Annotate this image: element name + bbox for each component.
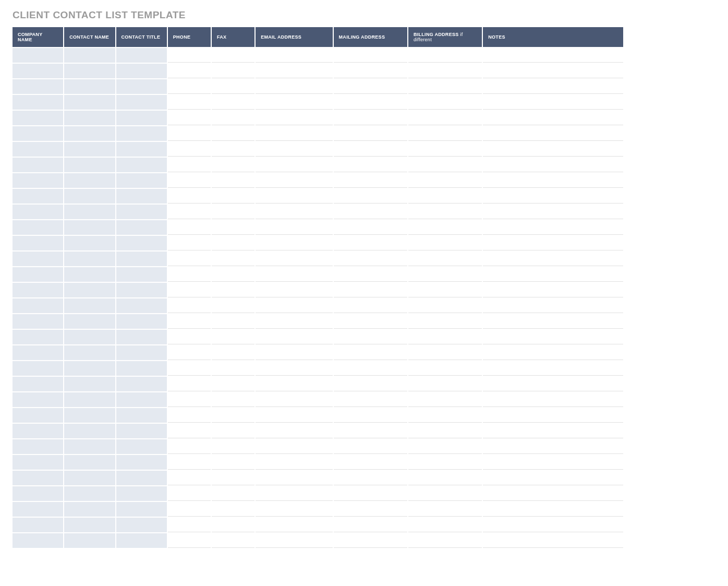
cell-billing_address[interactable] <box>408 48 482 63</box>
cell-billing_address[interactable] <box>408 439 482 454</box>
cell-email_address[interactable] <box>256 377 332 391</box>
cell-phone[interactable] <box>168 439 211 454</box>
cell-phone[interactable] <box>168 377 211 391</box>
cell-notes[interactable] <box>483 142 623 157</box>
cell-contact_title[interactable] <box>116 220 167 235</box>
cell-contact_title[interactable] <box>116 502 167 517</box>
cell-fax[interactable] <box>212 95 254 110</box>
cell-company_name[interactable] <box>13 408 63 423</box>
cell-notes[interactable] <box>483 424 623 438</box>
cell-email_address[interactable] <box>256 345 332 360</box>
cell-fax[interactable] <box>212 424 254 438</box>
cell-email_address[interactable] <box>256 408 332 423</box>
cell-email_address[interactable] <box>256 126 332 141</box>
cell-company_name[interactable] <box>13 205 63 219</box>
cell-billing_address[interactable] <box>408 79 482 94</box>
cell-fax[interactable] <box>212 377 254 391</box>
cell-contact_name[interactable] <box>64 173 115 188</box>
cell-mailing_address[interactable] <box>334 471 407 485</box>
cell-company_name[interactable] <box>13 158 63 172</box>
cell-contact_name[interactable] <box>64 518 115 532</box>
cell-billing_address[interactable] <box>408 314 482 329</box>
cell-notes[interactable] <box>483 377 623 391</box>
cell-mailing_address[interactable] <box>334 533 407 548</box>
cell-mailing_address[interactable] <box>334 95 407 110</box>
cell-contact_title[interactable] <box>116 408 167 423</box>
cell-company_name[interactable] <box>13 220 63 235</box>
cell-company_name[interactable] <box>13 502 63 517</box>
cell-billing_address[interactable] <box>408 220 482 235</box>
cell-notes[interactable] <box>483 408 623 423</box>
cell-fax[interactable] <box>212 126 254 141</box>
cell-mailing_address[interactable] <box>334 502 407 517</box>
cell-email_address[interactable] <box>256 471 332 485</box>
cell-contact_title[interactable] <box>116 298 167 313</box>
cell-notes[interactable] <box>483 314 623 329</box>
cell-notes[interactable] <box>483 533 623 548</box>
cell-fax[interactable] <box>212 142 254 157</box>
cell-company_name[interactable] <box>13 439 63 454</box>
cell-billing_address[interactable] <box>408 298 482 313</box>
cell-phone[interactable] <box>168 236 211 250</box>
cell-company_name[interactable] <box>13 486 63 501</box>
cell-notes[interactable] <box>483 220 623 235</box>
cell-notes[interactable] <box>483 439 623 454</box>
cell-contact_title[interactable] <box>116 377 167 391</box>
cell-mailing_address[interactable] <box>334 267 407 282</box>
cell-mailing_address[interactable] <box>334 189 407 204</box>
cell-fax[interactable] <box>212 455 254 470</box>
cell-company_name[interactable] <box>13 48 63 63</box>
cell-contact_name[interactable] <box>64 471 115 485</box>
cell-contact_title[interactable] <box>116 267 167 282</box>
cell-mailing_address[interactable] <box>334 126 407 141</box>
cell-billing_address[interactable] <box>408 345 482 360</box>
cell-contact_title[interactable] <box>116 330 167 344</box>
cell-phone[interactable] <box>168 158 211 172</box>
cell-contact_name[interactable] <box>64 267 115 282</box>
cell-phone[interactable] <box>168 189 211 204</box>
cell-billing_address[interactable] <box>408 502 482 517</box>
cell-company_name[interactable] <box>13 126 63 141</box>
cell-fax[interactable] <box>212 361 254 376</box>
cell-billing_address[interactable] <box>408 408 482 423</box>
cell-fax[interactable] <box>212 330 254 344</box>
cell-notes[interactable] <box>483 48 623 63</box>
cell-mailing_address[interactable] <box>334 205 407 219</box>
cell-contact_title[interactable] <box>116 533 167 548</box>
cell-notes[interactable] <box>483 173 623 188</box>
cell-fax[interactable] <box>212 205 254 219</box>
cell-email_address[interactable] <box>256 486 332 501</box>
cell-contact_title[interactable] <box>116 64 167 78</box>
cell-billing_address[interactable] <box>408 236 482 250</box>
cell-contact_name[interactable] <box>64 345 115 360</box>
cell-mailing_address[interactable] <box>334 64 407 78</box>
cell-email_address[interactable] <box>256 424 332 438</box>
cell-notes[interactable] <box>483 236 623 250</box>
cell-fax[interactable] <box>212 298 254 313</box>
cell-contact_name[interactable] <box>64 252 115 266</box>
cell-mailing_address[interactable] <box>334 408 407 423</box>
cell-contact_name[interactable] <box>64 236 115 250</box>
cell-company_name[interactable] <box>13 361 63 376</box>
cell-contact_name[interactable] <box>64 205 115 219</box>
cell-mailing_address[interactable] <box>334 424 407 438</box>
cell-contact_title[interactable] <box>116 283 167 297</box>
cell-fax[interactable] <box>212 111 254 125</box>
cell-contact_name[interactable] <box>64 408 115 423</box>
cell-contact_name[interactable] <box>64 377 115 391</box>
cell-fax[interactable] <box>212 158 254 172</box>
cell-company_name[interactable] <box>13 392 63 407</box>
cell-contact_title[interactable] <box>116 48 167 63</box>
cell-mailing_address[interactable] <box>334 283 407 297</box>
cell-company_name[interactable] <box>13 298 63 313</box>
cell-mailing_address[interactable] <box>334 330 407 344</box>
cell-phone[interactable] <box>168 455 211 470</box>
cell-fax[interactable] <box>212 502 254 517</box>
cell-mailing_address[interactable] <box>334 361 407 376</box>
cell-company_name[interactable] <box>13 471 63 485</box>
cell-notes[interactable] <box>483 189 623 204</box>
cell-contact_name[interactable] <box>64 533 115 548</box>
cell-mailing_address[interactable] <box>334 48 407 63</box>
cell-phone[interactable] <box>168 424 211 438</box>
cell-fax[interactable] <box>212 533 254 548</box>
